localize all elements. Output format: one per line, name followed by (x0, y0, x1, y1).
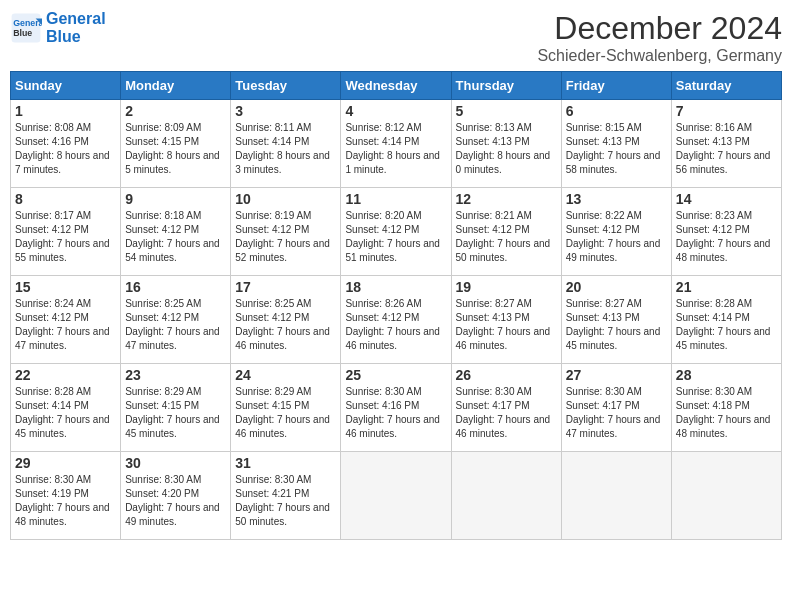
day-number: 6 (566, 103, 667, 119)
day-number: 27 (566, 367, 667, 383)
cell-info: Sunrise: 8:22 AMSunset: 4:12 PMDaylight:… (566, 209, 667, 265)
cell-info: Sunrise: 8:30 AMSunset: 4:16 PMDaylight:… (345, 385, 446, 441)
cell-info: Sunrise: 8:12 AMSunset: 4:14 PMDaylight:… (345, 121, 446, 177)
day-number: 10 (235, 191, 336, 207)
calendar-cell: 22Sunrise: 8:28 AMSunset: 4:14 PMDayligh… (11, 364, 121, 452)
day-number: 31 (235, 455, 336, 471)
calendar-cell: 6Sunrise: 8:15 AMSunset: 4:13 PMDaylight… (561, 100, 671, 188)
day-number: 5 (456, 103, 557, 119)
month-title: December 2024 (537, 10, 782, 47)
calendar-cell: 10Sunrise: 8:19 AMSunset: 4:12 PMDayligh… (231, 188, 341, 276)
week-row-4: 22Sunrise: 8:28 AMSunset: 4:14 PMDayligh… (11, 364, 782, 452)
cell-info: Sunrise: 8:28 AMSunset: 4:14 PMDaylight:… (15, 385, 116, 441)
day-number: 18 (345, 279, 446, 295)
calendar-cell: 8Sunrise: 8:17 AMSunset: 4:12 PMDaylight… (11, 188, 121, 276)
cell-info: Sunrise: 8:23 AMSunset: 4:12 PMDaylight:… (676, 209, 777, 265)
header-cell-sunday: Sunday (11, 72, 121, 100)
calendar-cell: 23Sunrise: 8:29 AMSunset: 4:15 PMDayligh… (121, 364, 231, 452)
cell-info: Sunrise: 8:15 AMSunset: 4:13 PMDaylight:… (566, 121, 667, 177)
day-number: 20 (566, 279, 667, 295)
cell-info: Sunrise: 8:29 AMSunset: 4:15 PMDaylight:… (125, 385, 226, 441)
calendar-cell: 4Sunrise: 8:12 AMSunset: 4:14 PMDaylight… (341, 100, 451, 188)
calendar-cell: 20Sunrise: 8:27 AMSunset: 4:13 PMDayligh… (561, 276, 671, 364)
cell-info: Sunrise: 8:19 AMSunset: 4:12 PMDaylight:… (235, 209, 336, 265)
header-cell-tuesday: Tuesday (231, 72, 341, 100)
cell-info: Sunrise: 8:29 AMSunset: 4:15 PMDaylight:… (235, 385, 336, 441)
cell-info: Sunrise: 8:30 AMSunset: 4:17 PMDaylight:… (566, 385, 667, 441)
calendar-header-row: SundayMondayTuesdayWednesdayThursdayFrid… (11, 72, 782, 100)
header-cell-saturday: Saturday (671, 72, 781, 100)
day-number: 11 (345, 191, 446, 207)
day-number: 12 (456, 191, 557, 207)
calendar-cell: 16Sunrise: 8:25 AMSunset: 4:12 PMDayligh… (121, 276, 231, 364)
calendar-cell: 14Sunrise: 8:23 AMSunset: 4:12 PMDayligh… (671, 188, 781, 276)
day-number: 3 (235, 103, 336, 119)
cell-info: Sunrise: 8:21 AMSunset: 4:12 PMDaylight:… (456, 209, 557, 265)
day-number: 7 (676, 103, 777, 119)
day-number: 2 (125, 103, 226, 119)
cell-info: Sunrise: 8:30 AMSunset: 4:19 PMDaylight:… (15, 473, 116, 529)
day-number: 8 (15, 191, 116, 207)
cell-info: Sunrise: 8:20 AMSunset: 4:12 PMDaylight:… (345, 209, 446, 265)
calendar-cell: 21Sunrise: 8:28 AMSunset: 4:14 PMDayligh… (671, 276, 781, 364)
week-row-1: 1Sunrise: 8:08 AMSunset: 4:16 PMDaylight… (11, 100, 782, 188)
cell-info: Sunrise: 8:27 AMSunset: 4:13 PMDaylight:… (566, 297, 667, 353)
cell-info: Sunrise: 8:30 AMSunset: 4:17 PMDaylight:… (456, 385, 557, 441)
cell-info: Sunrise: 8:16 AMSunset: 4:13 PMDaylight:… (676, 121, 777, 177)
header-cell-friday: Friday (561, 72, 671, 100)
day-number: 25 (345, 367, 446, 383)
day-number: 22 (15, 367, 116, 383)
calendar-cell: 28Sunrise: 8:30 AMSunset: 4:18 PMDayligh… (671, 364, 781, 452)
calendar-table: SundayMondayTuesdayWednesdayThursdayFrid… (10, 71, 782, 540)
calendar-cell: 15Sunrise: 8:24 AMSunset: 4:12 PMDayligh… (11, 276, 121, 364)
header-cell-wednesday: Wednesday (341, 72, 451, 100)
title-area: December 2024 Schieder-Schwalenberg, Ger… (537, 10, 782, 65)
day-number: 28 (676, 367, 777, 383)
day-number: 30 (125, 455, 226, 471)
cell-info: Sunrise: 8:09 AMSunset: 4:15 PMDaylight:… (125, 121, 226, 177)
cell-info: Sunrise: 8:25 AMSunset: 4:12 PMDaylight:… (125, 297, 226, 353)
cell-info: Sunrise: 8:08 AMSunset: 4:16 PMDaylight:… (15, 121, 116, 177)
cell-info: Sunrise: 8:25 AMSunset: 4:12 PMDaylight:… (235, 297, 336, 353)
svg-text:Blue: Blue (13, 28, 32, 38)
calendar-cell: 31Sunrise: 8:30 AMSunset: 4:21 PMDayligh… (231, 452, 341, 540)
calendar-cell: 26Sunrise: 8:30 AMSunset: 4:17 PMDayligh… (451, 364, 561, 452)
calendar-cell: 12Sunrise: 8:21 AMSunset: 4:12 PMDayligh… (451, 188, 561, 276)
cell-info: Sunrise: 8:30 AMSunset: 4:20 PMDaylight:… (125, 473, 226, 529)
day-number: 24 (235, 367, 336, 383)
day-number: 26 (456, 367, 557, 383)
calendar-cell: 5Sunrise: 8:13 AMSunset: 4:13 PMDaylight… (451, 100, 561, 188)
day-number: 4 (345, 103, 446, 119)
calendar-cell: 13Sunrise: 8:22 AMSunset: 4:12 PMDayligh… (561, 188, 671, 276)
calendar-cell: 27Sunrise: 8:30 AMSunset: 4:17 PMDayligh… (561, 364, 671, 452)
cell-info: Sunrise: 8:28 AMSunset: 4:14 PMDaylight:… (676, 297, 777, 353)
calendar-cell (451, 452, 561, 540)
logo-text: General Blue (46, 10, 106, 45)
calendar-cell: 24Sunrise: 8:29 AMSunset: 4:15 PMDayligh… (231, 364, 341, 452)
calendar-cell (671, 452, 781, 540)
calendar-cell: 1Sunrise: 8:08 AMSunset: 4:16 PMDaylight… (11, 100, 121, 188)
calendar-cell: 2Sunrise: 8:09 AMSunset: 4:15 PMDaylight… (121, 100, 231, 188)
cell-info: Sunrise: 8:30 AMSunset: 4:18 PMDaylight:… (676, 385, 777, 441)
calendar-cell: 19Sunrise: 8:27 AMSunset: 4:13 PMDayligh… (451, 276, 561, 364)
cell-info: Sunrise: 8:17 AMSunset: 4:12 PMDaylight:… (15, 209, 116, 265)
calendar-cell: 18Sunrise: 8:26 AMSunset: 4:12 PMDayligh… (341, 276, 451, 364)
calendar-cell: 29Sunrise: 8:30 AMSunset: 4:19 PMDayligh… (11, 452, 121, 540)
day-number: 17 (235, 279, 336, 295)
header: General Blue General Blue December 2024 … (10, 10, 782, 65)
calendar-cell (561, 452, 671, 540)
header-cell-monday: Monday (121, 72, 231, 100)
week-row-3: 15Sunrise: 8:24 AMSunset: 4:12 PMDayligh… (11, 276, 782, 364)
day-number: 9 (125, 191, 226, 207)
header-cell-thursday: Thursday (451, 72, 561, 100)
day-number: 23 (125, 367, 226, 383)
day-number: 19 (456, 279, 557, 295)
cell-info: Sunrise: 8:27 AMSunset: 4:13 PMDaylight:… (456, 297, 557, 353)
week-row-5: 29Sunrise: 8:30 AMSunset: 4:19 PMDayligh… (11, 452, 782, 540)
calendar-cell: 7Sunrise: 8:16 AMSunset: 4:13 PMDaylight… (671, 100, 781, 188)
calendar-cell: 9Sunrise: 8:18 AMSunset: 4:12 PMDaylight… (121, 188, 231, 276)
day-number: 13 (566, 191, 667, 207)
cell-info: Sunrise: 8:11 AMSunset: 4:14 PMDaylight:… (235, 121, 336, 177)
logo: General Blue General Blue (10, 10, 106, 45)
calendar-cell: 30Sunrise: 8:30 AMSunset: 4:20 PMDayligh… (121, 452, 231, 540)
